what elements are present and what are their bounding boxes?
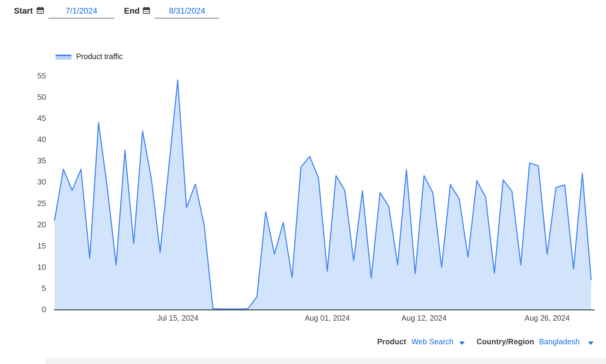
y-tick-label: 55 — [37, 71, 46, 80]
product-filter-label: Product — [377, 337, 406, 346]
area-fill — [55, 80, 591, 309]
y-tick-label: 5 — [42, 284, 46, 293]
y-tick-label: 45 — [37, 114, 46, 123]
y-tick-label: 30 — [37, 177, 46, 186]
product-filter-value[interactable]: Web Search — [411, 337, 454, 346]
region-dropdown-icon[interactable] — [588, 342, 594, 345]
y-tick-label: 10 — [37, 262, 46, 272]
y-tick-label: 0 — [42, 305, 46, 314]
x-tick-label: Jul 15, 2024 — [157, 314, 198, 322]
y-tick-label: 35 — [37, 156, 46, 165]
next-section-edge — [45, 358, 606, 364]
region-filter-value[interactable]: Bangladesh — [539, 337, 580, 346]
x-tick-label: Aug 26, 2024 — [525, 314, 570, 322]
region-filter-label: Country/Region — [477, 337, 534, 346]
page: { "date_controls": { "start_label": "Sta… — [0, 0, 606, 364]
x-tick-label: Aug 12, 2024 — [401, 314, 447, 322]
y-tick-label: 15 — [37, 241, 46, 250]
y-tick-label: 40 — [37, 135, 46, 144]
y-tick-label: 50 — [37, 92, 46, 102]
traffic-area-chart[interactable]: 0510152025303540455055Jul 15, 2024Aug 01… — [0, 0, 606, 364]
product-dropdown-icon[interactable] — [459, 342, 465, 345]
y-tick-label: 25 — [37, 199, 46, 208]
x-tick-label: Aug 01, 2024 — [305, 314, 350, 322]
y-tick-label: 20 — [37, 220, 46, 229]
